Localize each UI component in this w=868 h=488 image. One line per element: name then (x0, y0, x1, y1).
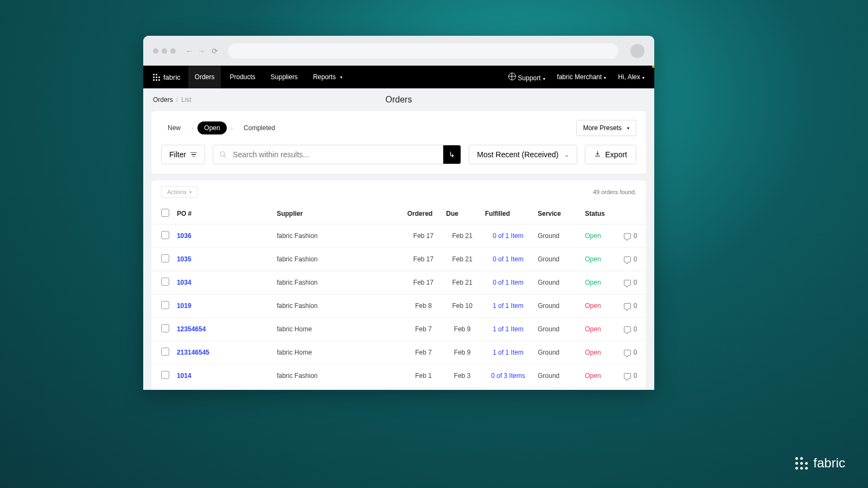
header-due[interactable]: Due (443, 203, 482, 224)
cell-supplier: fabric Fashion (273, 224, 404, 248)
fulfilled-link[interactable]: 1 of 1 Item (493, 349, 524, 356)
nav-products[interactable]: Products (223, 66, 261, 88)
status-badge: Open (585, 279, 601, 286)
status-badge: Open (585, 255, 601, 263)
fulfilled-link[interactable]: 1 of 1 Item (493, 325, 524, 333)
search-input[interactable] (233, 145, 443, 164)
cell-ordered: Feb 17 (404, 224, 443, 248)
table-row[interactable]: 1019fabric FashionFeb 8Feb 101 of 1 Item… (151, 294, 646, 318)
cell-service: Ground (534, 248, 582, 271)
table-row[interactable]: 1036fabric FashionFeb 17Feb 210 of 1 Ite… (151, 224, 646, 248)
header-ordered[interactable]: Ordered (404, 203, 443, 224)
row-checkbox[interactable] (161, 231, 169, 239)
row-checkbox[interactable] (161, 278, 169, 286)
brand-logo[interactable]: fabric (153, 73, 181, 81)
messages-button[interactable]: 0 (624, 349, 643, 356)
fulfilled-link[interactable]: 0 of 3 Items (491, 372, 525, 380)
po-link[interactable]: 1034 (177, 279, 192, 286)
po-link[interactable]: 1014 (177, 372, 192, 380)
search-icon (213, 145, 233, 164)
po-link[interactable]: 1036 (177, 232, 192, 240)
merchant-menu[interactable]: fabric Merchant (557, 73, 607, 81)
actions-button[interactable]: Actions▾ (161, 186, 197, 198)
cell-supplier: fabric Fashion (273, 294, 404, 318)
messages-button[interactable]: 0 (624, 232, 643, 240)
svg-line-1 (224, 156, 226, 158)
cell-ordered: Feb 17 (404, 271, 443, 294)
cell-due: Feb 21 (443, 248, 482, 271)
top-nav: fabric Orders Products Suppliers Reports… (143, 66, 654, 88)
message-icon (624, 326, 631, 332)
messages-button[interactable]: 0 (624, 302, 643, 310)
breadcrumb-root[interactable]: Orders (153, 96, 173, 104)
table-row[interactable]: 1011fabric FashionFeb 1Feb 30 of 1 ItemG… (151, 388, 646, 390)
results-count: 49 orders found. (593, 189, 636, 195)
table-row[interactable]: 1035fabric FashionFeb 17Feb 210 of 1 Ite… (151, 248, 646, 271)
row-checkbox[interactable] (161, 324, 169, 332)
row-checkbox[interactable] (161, 348, 169, 356)
po-link[interactable]: 1019 (177, 302, 192, 310)
fabric-watermark: fabric (795, 455, 845, 471)
back-button[interactable]: ← (186, 47, 193, 55)
cell-due: Feb 9 (443, 318, 482, 341)
select-all-checkbox[interactable] (161, 209, 169, 217)
table-row[interactable]: 1034fabric FashionFeb 17Feb 210 of 1 Ite… (151, 271, 646, 294)
chevron-right-icon: › (190, 125, 194, 131)
cell-due: Feb 21 (443, 224, 482, 248)
messages-button[interactable]: 0 (624, 279, 643, 286)
search-field: ↳ (213, 145, 461, 164)
profile-avatar[interactable] (630, 44, 644, 58)
url-bar[interactable] (228, 43, 618, 59)
header-fulfilled[interactable]: Fulfilled (482, 203, 534, 224)
filter-button[interactable]: Filter (161, 145, 205, 164)
orders-table: PO # Supplier Ordered Due Fulfilled Serv… (151, 203, 646, 390)
table-row[interactable]: 1014fabric FashionFeb 1Feb 30 of 3 Items… (151, 364, 646, 388)
search-submit-button[interactable]: ↳ (443, 145, 461, 164)
messages-button[interactable]: 0 (624, 372, 643, 380)
refresh-button[interactable]: ⟳ (212, 47, 218, 55)
header-status[interactable]: Status (582, 203, 621, 224)
user-menu[interactable]: Hi, Alex (618, 73, 644, 81)
support-menu[interactable]: Support (508, 73, 545, 82)
more-presets-button[interactable]: More Presets (576, 120, 636, 136)
fulfilled-link[interactable]: 0 of 1 Item (493, 232, 524, 240)
nav-orders[interactable]: Orders (188, 66, 221, 88)
po-link[interactable]: 1035 (177, 255, 192, 263)
table-row[interactable]: 12354654fabric HomeFeb 7Feb 91 of 1 Item… (151, 318, 646, 341)
messages-button[interactable]: 0 (624, 325, 643, 333)
messages-button[interactable]: 0 (624, 255, 643, 263)
fulfilled-link[interactable]: 1 of 1 Item (493, 302, 524, 310)
cell-supplier: fabric Fashion (273, 364, 404, 388)
cell-due: Feb 3 (443, 388, 482, 390)
preset-new[interactable]: New (161, 121, 187, 134)
export-button[interactable]: Export (585, 145, 636, 164)
sort-dropdown[interactable]: Most Recent (Received) ⌄ (469, 145, 577, 164)
fulfilled-link[interactable]: 0 of 1 Item (493, 255, 524, 263)
row-checkbox[interactable] (161, 371, 169, 379)
nav-reports[interactable]: Reports (307, 66, 349, 88)
cell-ordered: Feb 8 (404, 294, 443, 318)
cell-supplier: fabric Home (273, 318, 404, 341)
cell-supplier: fabric Fashion (273, 388, 404, 390)
nav-suppliers[interactable]: Suppliers (264, 66, 304, 88)
fulfilled-link[interactable]: 0 of 1 Item (493, 279, 524, 286)
logo-dots-icon (795, 457, 808, 470)
preset-row: New › Open › Completed More Presets (151, 111, 646, 145)
table-row[interactable]: 213146545fabric HomeFeb 7Feb 91 of 1 Ite… (151, 341, 646, 364)
header-supplier[interactable]: Supplier (273, 203, 404, 224)
row-checkbox[interactable] (161, 301, 169, 309)
cell-ordered: Feb 17 (404, 248, 443, 271)
preset-open[interactable]: Open (197, 121, 226, 134)
notification-indicator (652, 66, 654, 68)
po-link[interactable]: 213146545 (177, 349, 209, 356)
po-link[interactable]: 12354654 (177, 325, 206, 333)
header-po[interactable]: PO # (174, 203, 273, 224)
forward-button[interactable]: → (197, 47, 205, 55)
preset-completed[interactable]: Completed (237, 121, 282, 134)
window-controls[interactable] (153, 48, 176, 54)
row-checkbox[interactable] (161, 254, 169, 262)
page-title: Orders (386, 95, 412, 105)
header-service[interactable]: Service (534, 203, 582, 224)
table-toolbar: Actions▾ 49 orders found. (151, 181, 646, 203)
status-badge: Open (585, 232, 601, 240)
